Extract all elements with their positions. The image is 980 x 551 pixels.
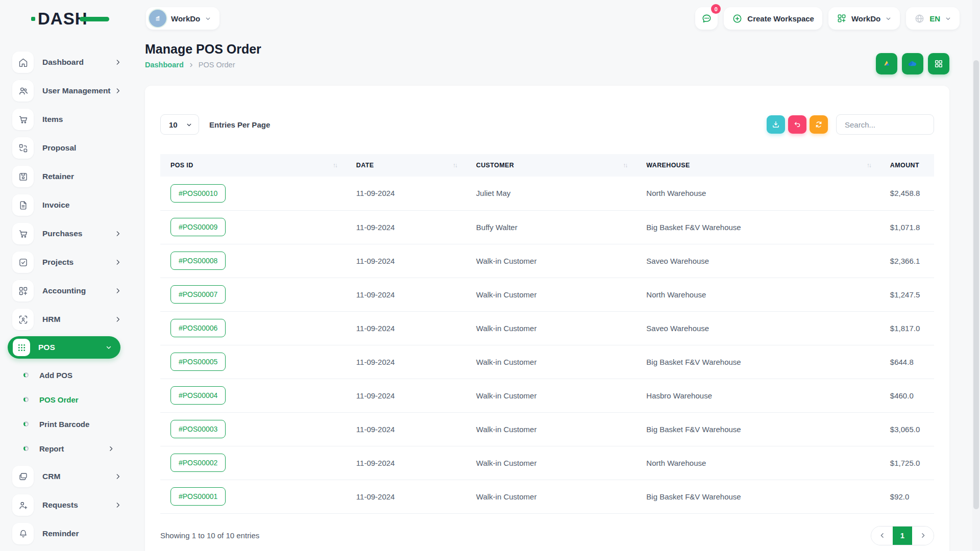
pos-id-badge[interactable]: #POS00008 <box>170 252 226 270</box>
scrollbar-track[interactable] <box>972 0 980 551</box>
table-footer: Showing 1 to 10 of 10 entries 1 <box>160 526 934 545</box>
customer-cell: Walk-in Customer <box>466 446 636 480</box>
dash-logo[interactable]: DASH <box>38 9 88 29</box>
sidebar-item-invoice[interactable]: Invoice <box>12 193 121 217</box>
sort-icon[interactable]: ↑↓ <box>623 162 627 169</box>
sidebar-item-label: User Management <box>42 86 111 95</box>
pos-id-cell: #POS00005 <box>160 345 346 379</box>
pos-id-badge[interactable]: #POS00001 <box>170 487 226 506</box>
sidebar-item-proposal[interactable]: Proposal <box>12 136 121 160</box>
sidebar: Dashboard User Management Items Proposal… <box>0 37 133 551</box>
sidebar-item-hrm[interactable]: HRM <box>12 308 121 331</box>
logo-dot <box>31 17 35 21</box>
date-cell: 11-09-2024 <box>346 480 466 513</box>
chevron-right-icon <box>920 532 926 539</box>
column-header-customer[interactable]: CUSTOMER↑↓ <box>466 154 636 177</box>
sidebar-subitem-add-pos[interactable]: Add POS <box>23 365 114 385</box>
breadcrumb: Dashboard POS Order <box>145 61 261 69</box>
sidebar-item-dashboard[interactable]: Dashboard <box>12 51 121 74</box>
chevron-right-icon <box>114 287 121 294</box>
chevron-left-icon <box>879 532 886 539</box>
bullet-icon <box>23 372 29 378</box>
pos-id-badge[interactable]: #POS00007 <box>170 285 226 304</box>
sidebar-item-purchases[interactable]: Purchases <box>12 222 121 245</box>
column-header-date[interactable]: DATE↑↓ <box>346 154 466 177</box>
refresh-button[interactable] <box>810 115 828 134</box>
amount-cell: $1,247.5 <box>880 278 934 311</box>
page-number-active[interactable]: 1 <box>893 527 912 545</box>
date-cell: 11-09-2024 <box>346 210 466 244</box>
chevron-right-icon <box>108 445 114 452</box>
chevron-down-icon <box>885 15 892 22</box>
table-row: #POS00001 11-09-2024 Walk-in Customer Bi… <box>160 480 934 513</box>
sidebar-item-label: Purchases <box>42 229 82 238</box>
entries-per-page-select[interactable]: 10 <box>160 114 199 135</box>
user-scan-icon <box>12 309 34 330</box>
pos-id-badge[interactable]: #POS00010 <box>170 184 226 203</box>
create-workspace-button[interactable]: Create Workspace <box>724 7 822 30</box>
sidebar-item-items[interactable]: Items <box>12 108 121 131</box>
language-selector[interactable]: EN <box>906 7 960 30</box>
scrollbar-thumb[interactable] <box>973 60 979 509</box>
column-header-pos-id[interactable]: POS ID↑↓ <box>160 154 346 177</box>
amount-cell: $2,366.1 <box>880 244 934 278</box>
undo-button[interactable] <box>788 115 806 134</box>
amount-cell: $92.0 <box>880 480 934 513</box>
previous-page-button[interactable] <box>871 527 893 545</box>
sidebar-item-projects[interactable]: Projects <box>12 251 121 274</box>
sidebar-item-label: HRM <box>42 315 60 324</box>
messages-button[interactable]: 0 <box>695 7 718 30</box>
onedrive-button[interactable] <box>902 53 923 74</box>
grid-view-button[interactable] <box>928 53 949 74</box>
pos-id-badge[interactable]: #POS00005 <box>170 353 226 371</box>
sidebar-item-label: Accounting <box>42 286 86 295</box>
sidebar-subitem-print-barcode[interactable]: Print Barcode <box>23 414 114 434</box>
workspace-selector[interactable]: WorkDo <box>146 7 219 30</box>
pos-id-cell: #POS00002 <box>160 446 346 480</box>
pos-id-badge[interactable]: #POS00002 <box>170 454 226 472</box>
sidebar-item-user-management[interactable]: User Management <box>12 79 121 103</box>
sort-icon[interactable]: ↑↓ <box>453 162 457 169</box>
undo-icon <box>793 120 802 129</box>
sidebar-item-accounting[interactable]: Accounting <box>12 279 121 303</box>
chat-icon <box>701 13 713 24</box>
sidebar-item-pos[interactable]: POS <box>8 336 120 359</box>
globe-icon <box>914 13 925 24</box>
sidebar-item-retainer[interactable]: Retainer <box>12 165 121 188</box>
sidebar-subitem-label: Print Barcode <box>39 420 89 429</box>
search-input[interactable] <box>836 114 934 135</box>
customer-cell: Walk-in Customer <box>466 278 636 311</box>
column-header-amount[interactable]: AMOUNT <box>880 154 934 177</box>
pos-id-badge[interactable]: #POS00006 <box>170 319 226 337</box>
pos-id-badge[interactable]: #POS00003 <box>170 420 226 438</box>
sidebar-subitem-report[interactable]: Report <box>23 438 114 459</box>
pos-id-badge[interactable]: #POS00004 <box>170 386 226 405</box>
create-workspace-label: Create Workspace <box>747 14 814 23</box>
sidebar-item-crm[interactable]: CRM <box>12 465 121 488</box>
cards-icon <box>12 466 34 487</box>
sidebar-item-reminder[interactable]: Reminder <box>12 522 121 545</box>
pos-id-badge[interactable]: #POS00009 <box>170 218 226 236</box>
sort-icon[interactable]: ↑↓ <box>333 162 337 169</box>
pos-order-table: POS ID↑↓ DATE↑↓ CUSTOMER↑↓ WAREHOUSE↑↓ A… <box>160 154 934 514</box>
google-drive-button[interactable] <box>876 53 897 74</box>
sidebar-subitem-label: Add POS <box>39 371 72 380</box>
sidebar-subitem-pos-order[interactable]: POS Order <box>23 389 114 410</box>
table-row: #POS00006 11-09-2024 Walk-in Customer Sa… <box>160 311 934 345</box>
table-row: #POS00005 11-09-2024 Walk-in Customer Bi… <box>160 345 934 379</box>
chevron-right-icon <box>114 59 121 66</box>
chevron-right-icon <box>114 473 121 480</box>
table-row: #POS00009 11-09-2024 Buffy Walter Big Ba… <box>160 210 934 244</box>
breadcrumb-dashboard-link[interactable]: Dashboard <box>145 61 184 69</box>
column-header-warehouse[interactable]: WAREHOUSE↑↓ <box>636 154 880 177</box>
sort-icon[interactable]: ↑↓ <box>867 162 871 169</box>
sidebar-item-requests[interactable]: Requests <box>12 493 121 517</box>
next-page-button[interactable] <box>912 527 934 545</box>
chevron-right-icon <box>114 316 121 323</box>
amount-cell: $2,458.8 <box>880 177 934 210</box>
export-button[interactable] <box>767 115 785 134</box>
plus-circle-icon <box>732 13 743 24</box>
workdo-menu-button[interactable]: WorkDo <box>828 7 900 30</box>
bullet-icon <box>23 446 29 451</box>
page-header: Manage POS Order Dashboard POS Order <box>133 37 965 74</box>
